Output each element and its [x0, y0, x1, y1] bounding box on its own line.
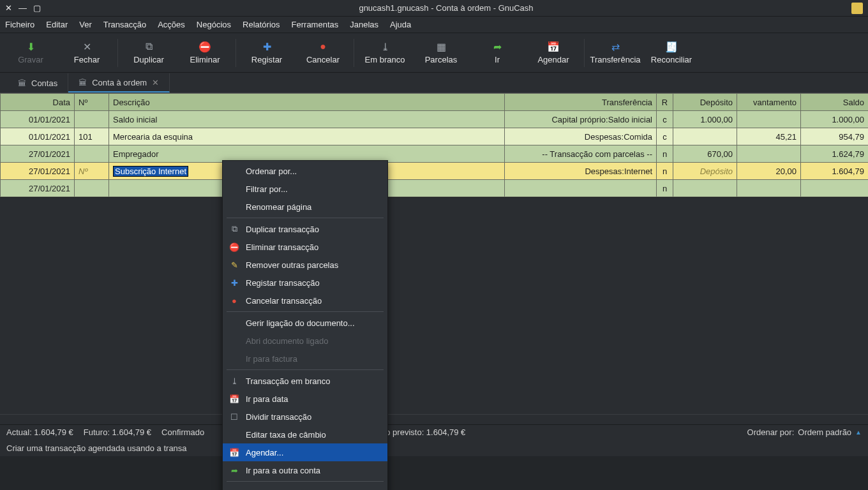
tab-current-account[interactable]: 🏛 Conta à ordem ✕ [68, 73, 170, 93]
ctx-schedule[interactable]: 📅Agendar... [223, 443, 387, 461]
table-row[interactable]: 01/01/2021 101 Mercearia da esquina Desp… [1, 128, 869, 145]
ctx-edit-exchange-rate[interactable]: Editar taxa de câmbio [223, 426, 387, 443]
menu-edit[interactable]: Editar [46, 20, 68, 29]
toolbar-cancel[interactable]: ● Cancelar [295, 34, 351, 71]
menu-windows[interactable]: Janelas [350, 20, 378, 29]
tab-strip: 🏛 Contas 🏛 Conta à ordem ✕ [0, 73, 868, 93]
tab-close-icon[interactable]: ✕ [152, 78, 159, 87]
ctx-blank-txn[interactable]: ⤓Transacção em branco [223, 372, 387, 390]
ctx-goto-invoice: Ir para factura [223, 350, 387, 368]
window-close-icon[interactable]: ✕ [5, 3, 12, 13]
statusbar-hint: Criar uma transacção agendada usando a t… [0, 440, 868, 456]
col-desc[interactable]: Descrição [109, 94, 505, 111]
toolbar-jump[interactable]: ➦ Ir [469, 34, 525, 71]
ctx-filter-by[interactable]: Filtrar por... [223, 180, 387, 198]
col-balance[interactable]: Saldo [801, 94, 869, 111]
delete-icon: ⛔ [199, 41, 211, 52]
sortby-label: Ordenar por: [747, 427, 795, 437]
status-future: Futuro: 1.604,79 € [84, 427, 151, 437]
col-num[interactable]: Nº [75, 94, 109, 111]
blank-icon: ⤓ [379, 41, 391, 52]
ctx-manage-doc-link[interactable]: Gerir ligação do documento... [223, 314, 387, 332]
toolbar-save: ⬇ Gravar [3, 34, 59, 71]
ctx-goto-date[interactable]: 📅Ir para data [223, 390, 387, 408]
plus-icon: ✚ [261, 41, 273, 52]
separator [117, 39, 118, 67]
ctx-cancel-txn[interactable]: ●Cancelar transacção [223, 292, 387, 309]
menu-transaction[interactable]: Transacção [103, 20, 146, 29]
sortby-dropdown-icon[interactable]: ▲ [855, 429, 862, 436]
context-menu: Ordenar por... Filtrar por... Renomear p… [222, 160, 388, 490]
ctx-split-txn[interactable]: ☐Dividir transacção [223, 408, 387, 426]
status-spacer [0, 414, 868, 424]
schedule-icon: 📅 [548, 41, 559, 52]
table-row-selected[interactable]: 27/01/2021 Nº Subscrição Internet Despes… [1, 163, 869, 180]
sortby-value[interactable]: Ordem padrão [798, 427, 851, 437]
col-transfer[interactable]: Transferência [505, 94, 657, 111]
ctx-register-txn[interactable]: ✚Registar transacção [223, 274, 387, 292]
bank-icon: 🏛 [79, 78, 87, 87]
menu-tools[interactable]: Ferramentas [292, 20, 339, 29]
ctx-sort-by[interactable]: Ordenar por... [223, 162, 387, 180]
duplicate-icon: ⧉ [229, 224, 239, 234]
table-row-blank[interactable]: 27/01/2021 n [1, 180, 869, 197]
reconcile-icon: 🧾 [666, 41, 677, 52]
grid-header: Data Nº Descrição Transferência R Depósi… [1, 94, 869, 111]
separator [354, 39, 354, 67]
toolbar-reconcile[interactable]: 🧾 Reconciliar [643, 34, 700, 71]
col-date[interactable]: Data [1, 94, 75, 111]
save-icon: ⬇ [25, 41, 36, 52]
status-actual: Actual: 1.604,79 € [6, 427, 73, 437]
register-grid: Data Nº Descrição Transferência R Depósi… [0, 93, 868, 197]
menu-file[interactable]: Ficheiro [5, 20, 34, 29]
menu-view[interactable]: Ver [79, 20, 92, 29]
separator [227, 218, 384, 218]
toolbar-duplicate[interactable]: ⧉ Duplicar [121, 34, 177, 71]
titlebar: ✕ — ▢ gnucash1.gnucash - Conta à ordem -… [0, 0, 868, 17]
ctx-assign-payment[interactable]: Atribuir como pagamento... [223, 484, 387, 490]
toolbar-register[interactable]: ✚ Registar [239, 34, 295, 71]
table-row[interactable]: 01/01/2021 Saldo inicial Capital próprio… [1, 111, 869, 128]
menu-actions[interactable]: Acções [158, 20, 185, 29]
cancel-icon: ● [317, 41, 329, 52]
calendar-icon: 📅 [229, 394, 239, 404]
status-forecast: o previsto: 1.604,79 € [385, 427, 465, 437]
tab-accounts[interactable]: 🏛 Contas [8, 73, 68, 93]
cancel-icon: ● [229, 295, 239, 306]
col-withdraw[interactable]: vantamento [737, 94, 801, 111]
menubar: Ficheiro Editar Ver Transacção Acções Ne… [0, 17, 868, 33]
num-placeholder: Nº [79, 167, 87, 176]
window-maximize-icon[interactable]: ▢ [33, 3, 41, 13]
toolbar: ⬇ Gravar ✕ Fechar ⧉ Duplicar ⛔ Eliminar … [0, 33, 868, 73]
toolbar-blank[interactable]: ⤓ Em branco [357, 34, 413, 71]
toolbar-splits[interactable]: ▦ Parcelas [413, 34, 469, 71]
register-empty-area [0, 197, 868, 414]
ctx-rename-page[interactable]: Renomear página [223, 198, 387, 216]
separator [227, 481, 384, 482]
separator [236, 39, 236, 67]
toolbar-delete[interactable]: ⛔ Eliminar [177, 34, 233, 71]
col-deposit[interactable]: Depósito [673, 94, 737, 111]
toolbar-schedule[interactable]: 📅 Agendar [525, 34, 581, 71]
window-title: gnucash1.gnucash - Conta à ordem - GnuCa… [49, 3, 844, 13]
toolbar-transfer[interactable]: ⇄ Transferência [587, 34, 643, 71]
app-icon [851, 3, 863, 14]
transfer-icon: ⇄ [610, 41, 621, 52]
table-row[interactable]: 27/01/2021 Empregador -- Transacção com … [1, 145, 869, 163]
ctx-delete-txn[interactable]: ⛔Eliminar transacção [223, 238, 387, 256]
separator [227, 311, 384, 312]
menu-help[interactable]: Ajuda [390, 20, 411, 29]
menu-reports[interactable]: Relatórios [243, 20, 280, 29]
plus-icon: ✚ [229, 278, 239, 288]
separator [227, 369, 384, 370]
col-r[interactable]: R [657, 94, 673, 111]
ctx-goto-other-account[interactable]: ➦Ir para a outra conta [223, 461, 387, 479]
broom-icon: ✎ [229, 260, 239, 270]
menu-business[interactable]: Negócios [197, 20, 231, 29]
toolbar-close[interactable]: ✕ Fechar [59, 34, 115, 71]
ctx-open-linked-doc: Abri documento ligado [223, 332, 387, 350]
delete-icon: ⛔ [229, 242, 239, 252]
ctx-duplicate-txn[interactable]: ⧉Duplicar transacção [223, 220, 387, 238]
ctx-remove-splits[interactable]: ✎Remover outras parcelas [223, 256, 387, 274]
window-minimize-icon[interactable]: — [19, 3, 27, 13]
